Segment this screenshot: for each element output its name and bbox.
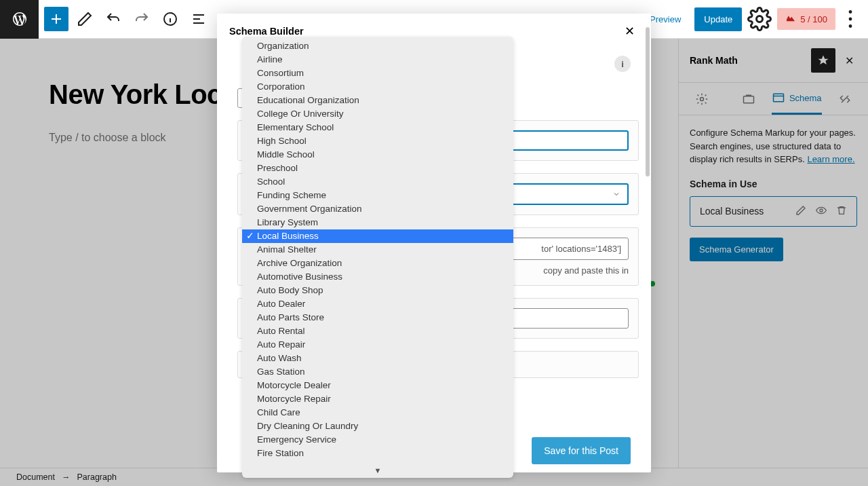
dropdown-item[interactable]: Government Organization xyxy=(242,202,513,216)
schema-generator-button[interactable]: Schema Generator xyxy=(690,238,783,261)
dropdown-item[interactable]: School xyxy=(242,175,513,189)
sidebar-description: Configure Schema Markup for your pages. … xyxy=(690,126,857,166)
tab-general[interactable] xyxy=(679,83,725,115)
svg-rect-6 xyxy=(743,96,753,102)
dropdown-item[interactable]: Animal Shelter xyxy=(242,243,513,257)
dropdown-item[interactable]: Auto Rental xyxy=(242,324,513,338)
more-menu-icon[interactable] xyxy=(838,7,863,31)
dropdown-item[interactable]: Child Care xyxy=(242,406,513,419)
learn-more-link[interactable]: Learn more. xyxy=(807,154,854,164)
dropdown-item[interactable]: Middle School xyxy=(242,148,513,162)
dropdown-item[interactable]: Dry Cleaning Or Laundry xyxy=(242,419,513,433)
dropdown-item[interactable]: Automotive Business xyxy=(242,270,513,284)
svg-point-3 xyxy=(849,18,852,21)
dropdown-item[interactable]: Funding Scheme xyxy=(242,189,513,202)
dropdown-item[interactable]: Auto Body Shop xyxy=(242,284,513,297)
sidebar-tabs: Schema xyxy=(679,83,868,115)
redo-icon[interactable] xyxy=(130,7,154,31)
svg-point-8 xyxy=(820,209,823,212)
tab-links[interactable] xyxy=(822,83,868,115)
seo-score-value: 5 / 100 xyxy=(800,14,827,24)
dropdown-item[interactable]: Auto Repair xyxy=(242,338,513,352)
save-for-post-button[interactable]: Save for this Post xyxy=(532,437,631,464)
svg-point-1 xyxy=(757,16,763,22)
dropdown-item[interactable]: Elementary School xyxy=(242,121,513,134)
breadcrumb-document[interactable]: Document xyxy=(16,472,55,482)
sidebar-close-icon[interactable]: ✕ xyxy=(841,52,857,69)
preview-schema-icon[interactable] xyxy=(816,205,827,218)
dropdown-scroll-down-icon[interactable]: ▼ xyxy=(242,463,513,478)
dropdown-list[interactable]: OrganizationAirlineConsortiumCorporation… xyxy=(242,37,513,463)
dropdown-item[interactable]: Motorcycle Dealer xyxy=(242,379,513,392)
modal-close-icon[interactable]: ✕ xyxy=(621,23,637,39)
chevron-down-icon xyxy=(612,190,620,198)
tab-schema[interactable]: Schema xyxy=(772,83,822,115)
schema-type-dropdown: OrganizationAirlineConsortiumCorporation… xyxy=(242,37,513,478)
add-block-button[interactable] xyxy=(44,7,68,31)
dropdown-item[interactable]: Local Business xyxy=(242,229,513,243)
delete-schema-icon[interactable] xyxy=(836,205,847,218)
update-button[interactable]: Update xyxy=(694,7,742,31)
tab-schema-label: Schema xyxy=(789,93,822,103)
schema-card-name: Local Business xyxy=(700,206,764,217)
dropdown-item[interactable]: Preschool xyxy=(242,162,513,175)
svg-point-2 xyxy=(849,10,852,14)
dropdown-item[interactable]: Corporation xyxy=(242,80,513,94)
breadcrumb-arrow-icon: → xyxy=(62,472,71,482)
tab-advanced[interactable] xyxy=(725,83,771,115)
dropdown-item[interactable]: Auto Wash xyxy=(242,352,513,365)
dropdown-item[interactable]: High School xyxy=(242,134,513,148)
wordpress-logo-icon[interactable] xyxy=(0,0,39,39)
star-icon[interactable] xyxy=(811,48,835,73)
modal-title: Schema Builder xyxy=(229,26,304,37)
dropdown-item[interactable]: Auto Parts Store xyxy=(242,311,513,324)
breadcrumb-paragraph[interactable]: Paragraph xyxy=(77,472,116,482)
dropdown-item[interactable]: Auto Dealer xyxy=(242,297,513,311)
sidebar: Rank Math ✕ Schema xyxy=(678,39,868,468)
dropdown-item[interactable]: Emergency Service xyxy=(242,433,513,447)
dropdown-item[interactable]: Consortium xyxy=(242,67,513,80)
dropdown-item[interactable]: Archive Organization xyxy=(242,257,513,270)
dropdown-item[interactable]: College Or University xyxy=(242,107,513,121)
svg-rect-7 xyxy=(773,94,783,102)
seo-score-badge[interactable]: 5 / 100 xyxy=(777,8,835,30)
svg-point-5 xyxy=(701,97,704,100)
dropdown-item[interactable]: Airline xyxy=(242,53,513,67)
info-icon[interactable] xyxy=(158,7,182,31)
settings-icon[interactable] xyxy=(747,7,772,31)
dropdown-item[interactable]: Gas Station xyxy=(242,365,513,379)
undo-icon[interactable] xyxy=(101,7,125,31)
dropdown-item[interactable]: Educational Organization xyxy=(242,94,513,107)
sidebar-title: Rank Math xyxy=(690,55,738,66)
outline-icon[interactable] xyxy=(186,7,211,31)
schema-section-heading: Schema in Use xyxy=(690,179,857,189)
edit-icon[interactable] xyxy=(73,7,97,31)
svg-point-4 xyxy=(849,24,852,28)
dropdown-item[interactable]: Motorcycle Repair xyxy=(242,392,513,406)
dropdown-item[interactable]: Library System xyxy=(242,216,513,229)
modal-info-icon[interactable]: i xyxy=(614,56,631,72)
dropdown-item[interactable]: Organization xyxy=(242,39,513,53)
dropdown-item[interactable]: Fire Station xyxy=(242,447,513,460)
edit-schema-icon[interactable] xyxy=(795,205,806,218)
schema-in-use-card: Local Business xyxy=(690,196,857,227)
